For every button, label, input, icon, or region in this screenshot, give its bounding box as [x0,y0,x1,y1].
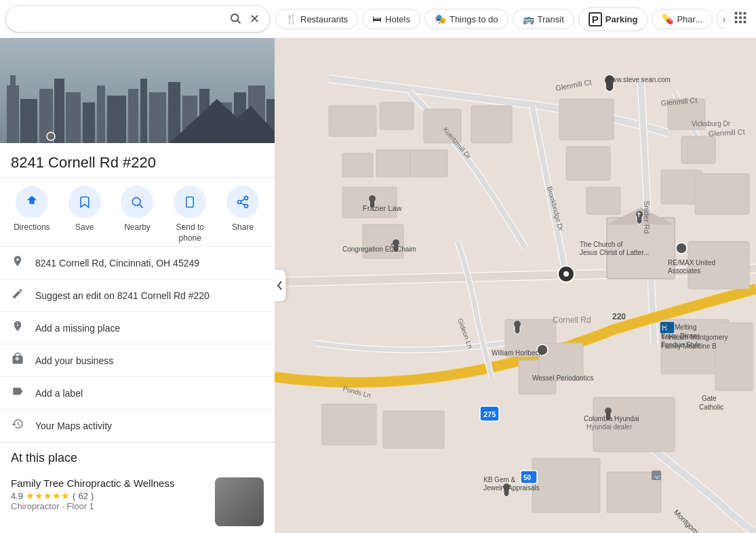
place-type: Chiropractor · Floor 1 [11,501,207,511]
save-button[interactable]: Save [64,186,105,243]
thumb-image [215,477,264,526]
tab-parking-label: Parking [605,14,638,24]
transit-icon: 🚌 [523,14,534,24]
svg-text:✝: ✝ [636,211,641,218]
tab-restaurants[interactable]: 🍴 Restaurants [275,9,358,29]
save-icon [68,186,101,218]
send-to-phone-button[interactable]: Send to phone [170,186,210,243]
svg-rect-2 [735,12,738,14]
svg-rect-17 [66,92,81,143]
top-bar: 8241 Cornell Rd #220 ✕ 🍴 Restaurants 🛏 H… [0,0,756,38]
svg-text:Congregation Etz Chaim: Congregation Etz Chaim [342,245,416,253]
maps-activity-text: Your Maps activity [35,420,112,431]
address-list-item[interactable]: 8241 Cornell Rd, Cincinnati, OH 45249 [0,247,275,279]
nearby-button[interactable]: Nearby [117,186,157,243]
svg-text:Hyundai dealer: Hyundai dealer [586,423,633,431]
tab-hotels[interactable]: 🛏 Hotels [362,9,420,29]
add-business-icon [11,353,24,368]
grid-menu-button[interactable] [730,7,751,31]
clear-button[interactable]: ✕ [248,10,261,28]
tab-restaurants-label: Restaurants [300,14,348,24]
save-label: Save [75,222,94,233]
collapse-panel-button[interactable] [275,269,286,302]
add-business-list-item[interactable]: Add your business [0,344,275,377]
place-card[interactable]: Family Tree Chiropractic & Wellness 4.9 … [0,469,275,533]
svg-point-38 [245,197,248,200]
add-business-text: Add your business [35,355,113,366]
svg-text:KB Gem &: KB Gem & [483,476,516,483]
tab-things-label: Things to do [450,14,498,24]
svg-rect-3 [739,12,742,14]
add-missing-icon [11,320,24,336]
svg-rect-49 [566,146,610,180]
svg-rect-23 [149,92,166,143]
svg-rect-21 [128,89,138,143]
svg-rect-5 [735,16,738,19]
svg-text:William Horlbeck: William Horlbeck [492,349,542,357]
map-area[interactable]: ✡ ✝ [275,38,756,533]
svg-rect-20 [107,96,126,143]
svg-line-42 [241,199,245,201]
filter-tabs: 🍴 Restaurants 🛏 Hotels 🎭 Things to do 🚌 … [275,7,725,31]
svg-point-33 [47,132,55,140]
svg-point-34 [133,197,141,205]
search-button[interactable] [228,11,243,28]
svg-rect-8 [735,20,738,23]
place-thumbnail [215,477,264,526]
svg-text:Wessel Periodontics: Wessel Periodontics [532,374,593,382]
nearby-icon [121,186,153,218]
suggest-edit-list-item[interactable]: Suggest an edit on 8241 Cornell Rd #220 [0,279,275,312]
share-button[interactable]: Share [222,186,263,243]
map-svg: ✡ ✝ [275,38,756,533]
stars-icon: ★★★★★ [26,490,70,501]
svg-rect-69 [322,404,376,445]
svg-rect-47 [471,106,512,143]
more-icon: › [723,14,725,24]
svg-rect-10 [744,20,747,23]
svg-text:Frazier Law: Frazier Law [363,204,402,212]
address-list-icon [11,255,24,271]
directions-icon [16,186,48,218]
svg-text:Jesus Christ of Latter...: Jesus Christ of Latter... [580,249,649,256]
search-input[interactable]: 8241 Cornell Rd #220 [14,14,222,25]
send-to-phone-label: Send to phone [176,222,204,243]
svg-text:Catholic: Catholic [699,403,723,411]
svg-rect-24 [168,82,180,143]
svg-rect-7 [744,16,747,19]
add-label-icon [11,385,24,401]
directions-label: Directions [14,222,49,233]
svg-text:Columbia Hyundai: Columbia Hyundai [584,415,639,422]
svg-point-80 [676,243,687,254]
restaurants-icon: 🍴 [285,14,297,24]
svg-line-41 [241,203,245,205]
share-label: Share [232,222,254,233]
svg-rect-52 [681,136,715,163]
map-thumbnail [0,38,275,143]
add-missing-list-item[interactable]: Add a missing place [0,312,275,344]
tab-transit[interactable]: 🚌 Transit [513,9,574,29]
svg-rect-6 [739,16,742,19]
tab-parking[interactable]: P Parking [578,7,648,31]
svg-point-81 [514,321,521,328]
svg-rect-48 [559,99,614,140]
more-button[interactable]: › [717,9,725,29]
svg-rect-50 [586,187,620,214]
tab-pharmacy[interactable]: 💊 Phar... [652,9,713,29]
hotels-icon: 🛏 [372,14,382,24]
svg-text:The Melting: The Melting [661,323,696,331]
pharmacy-icon: 💊 [662,14,673,24]
place-rating-row: 4.9 ★★★★★ (62) [11,490,207,501]
address-title: 8241 Cornell Rd #220 [11,154,264,172]
review-count-value: 62 [78,491,87,501]
svg-rect-45 [380,102,414,130]
parking-icon: P [589,12,602,26]
maps-activity-list-item[interactable]: Your Maps activity [0,410,275,442]
svg-rect-55 [607,218,675,279]
tab-things-to-do[interactable]: 🎭 Things to do [424,9,509,29]
add-label-list-item[interactable]: Add a label [0,377,275,410]
directions-button[interactable]: Directions [12,186,52,243]
svg-rect-64 [376,150,410,177]
svg-text:Snider Rd: Snider Rd [643,201,651,234]
svg-rect-71 [532,458,600,513]
svg-text:www.steve sean.com: www.steve sean.com [606,76,671,83]
